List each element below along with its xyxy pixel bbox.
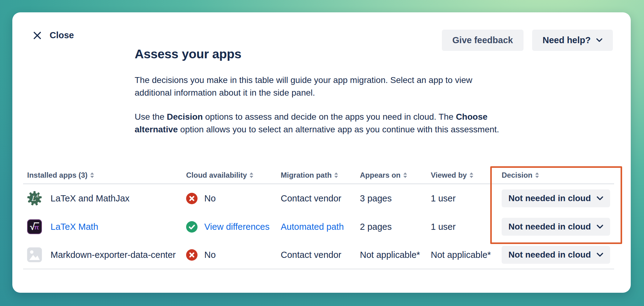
need-help-button[interactable]: Need help? bbox=[532, 30, 613, 51]
appears-on-value: 3 pages bbox=[360, 193, 431, 204]
appears-on-value: Not applicable* bbox=[360, 250, 431, 260]
cloud-availability-value: No bbox=[204, 250, 216, 260]
cloud-availability-value: No bbox=[204, 193, 216, 204]
need-help-label: Need help? bbox=[543, 35, 591, 45]
svg-text:A: A bbox=[35, 194, 39, 198]
migration-path-value: Contact vendor bbox=[281, 250, 360, 260]
chevron-down-icon bbox=[596, 38, 602, 42]
column-header-migration-path[interactable]: Migration path bbox=[281, 171, 360, 180]
installed-apps-table: Installed apps (3) Cloud availability Mi… bbox=[23, 167, 614, 269]
assess-apps-dialog: Close Give feedback Need help? Assess yo… bbox=[12, 12, 631, 293]
table-row-latex-and-mathjax[interactable]: L A LaTeX and MathJax No Contact vendor … bbox=[23, 184, 614, 213]
column-header-installed-apps[interactable]: Installed apps (3) bbox=[23, 171, 186, 180]
success-icon bbox=[186, 221, 198, 233]
close-label: Close bbox=[50, 30, 74, 40]
error-icon bbox=[186, 249, 198, 261]
sqrt-pi-icon: √π bbox=[27, 219, 42, 234]
decision-dropdown[interactable]: Not needed in cloud bbox=[502, 246, 610, 264]
decision-dropdown[interactable]: Not needed in cloud bbox=[502, 189, 610, 207]
viewed-by-value: 1 user bbox=[431, 193, 502, 204]
app-name: LaTeX and MathJax bbox=[51, 193, 129, 204]
chevron-down-icon bbox=[597, 196, 603, 201]
column-header-appears-on[interactable]: Appears on bbox=[360, 171, 431, 180]
viewed-by-value: Not applicable* bbox=[431, 250, 502, 260]
chevron-down-icon bbox=[597, 253, 603, 257]
app-name: Markdown-exporter-data-center bbox=[51, 250, 176, 260]
viewed-by-value: 1 user bbox=[431, 222, 502, 232]
column-header-viewed-by[interactable]: Viewed by bbox=[431, 171, 502, 180]
intro-paragraph-2: Use the Decision options to assess and d… bbox=[135, 110, 504, 136]
sort-icon bbox=[250, 172, 253, 178]
table-row-markdown-exporter[interactable]: Markdown-exporter-data-center No Contact… bbox=[23, 241, 614, 269]
column-header-decision[interactable]: Decision bbox=[502, 171, 614, 180]
app-name-link[interactable]: LaTeX Math bbox=[51, 222, 98, 232]
close-button[interactable]: Close bbox=[32, 30, 74, 40]
column-header-cloud-availability[interactable]: Cloud availability bbox=[186, 171, 281, 180]
table-header-row: Installed apps (3) Cloud availability Mi… bbox=[23, 167, 614, 184]
latex-mathjax-gear-icon: L A bbox=[27, 191, 42, 206]
page-title: Assess your apps bbox=[135, 47, 504, 61]
intro-paragraph-1: The decisions you make in this table wil… bbox=[135, 74, 504, 99]
sort-icon bbox=[90, 172, 94, 178]
sort-icon bbox=[535, 172, 539, 178]
sort-icon bbox=[403, 172, 407, 178]
migration-path-value: Contact vendor bbox=[281, 193, 360, 204]
intro-section: Assess your apps The decisions you make … bbox=[135, 47, 504, 147]
give-feedback-label: Give feedback bbox=[452, 35, 513, 45]
sort-icon bbox=[334, 172, 338, 178]
view-differences-link[interactable]: View differences bbox=[204, 222, 270, 232]
migration-path-link[interactable]: Automated path bbox=[281, 222, 344, 232]
error-icon bbox=[186, 193, 198, 204]
chevron-down-icon bbox=[597, 225, 603, 229]
table-row-latex-math[interactable]: √π LaTeX Math View differences Automated… bbox=[23, 213, 614, 241]
close-icon bbox=[32, 31, 42, 40]
decision-dropdown[interactable]: Not needed in cloud bbox=[502, 218, 610, 236]
appears-on-value: 2 pages bbox=[360, 222, 431, 232]
image-placeholder-icon bbox=[27, 247, 42, 262]
sort-icon bbox=[470, 172, 473, 178]
